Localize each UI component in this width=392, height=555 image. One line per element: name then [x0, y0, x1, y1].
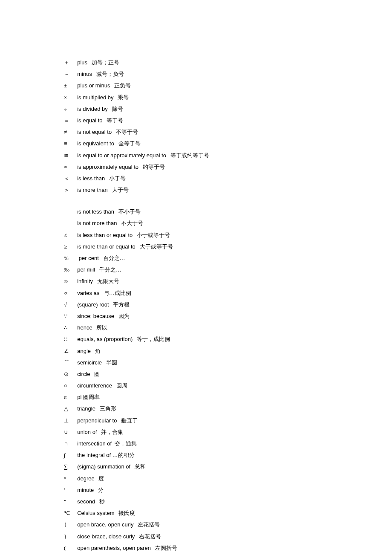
symbol-entry: is not less than 不小于号 — [64, 209, 392, 214]
symbol-glyph: － — [64, 71, 74, 77]
symbol-entry: ° degree 度 — [64, 476, 392, 481]
symbol-entry: ≠ is not equal to 不等于号 — [64, 129, 392, 135]
chinese-label: 不等于号 — [112, 129, 138, 135]
chinese-label: 平方根 — [109, 301, 130, 308]
chinese-label: 并，合集 — [97, 429, 124, 435]
symbol-entry: ∠ angle 角 — [64, 348, 392, 354]
symbol-glyph: ○ — [64, 383, 74, 388]
symbol-glyph: √ — [64, 302, 74, 307]
symbol-glyph: ⌒ — [64, 360, 74, 365]
english-label: the integral of …的积分 — [74, 452, 135, 458]
english-label: is approximately equal to — [74, 164, 138, 170]
symbol-glyph: ∵ — [64, 313, 74, 319]
symbol-entry: ± plus or minus 正负号 — [64, 83, 392, 88]
symbol-entry: √ (square) root 平方根 — [64, 302, 392, 307]
english-label: per mill — [74, 266, 95, 273]
symbol-glyph: ≤ — [64, 232, 74, 238]
symbol-entry: ″ second 秒 — [64, 499, 392, 504]
english-label: plus — [74, 59, 87, 66]
chinese-label: 右花括号 — [135, 533, 161, 540]
chinese-label: 总和 — [130, 463, 146, 470]
symbol-glyph: { — [64, 522, 74, 527]
symbol-entry: ∩ intersection of 交，通集 — [64, 441, 392, 446]
english-label: minute — [74, 487, 94, 493]
symbol-entry: ∵ since; because 因为 — [64, 313, 392, 319]
chinese-label: 摄氏度 — [115, 510, 135, 516]
symbol-glyph — [64, 209, 74, 214]
english-label: infinity — [74, 278, 93, 284]
chinese-label: 所以 — [92, 324, 108, 331]
symbol-entry: ∝ varies as 与…成比例 — [64, 290, 392, 296]
symbol-glyph: ∞ — [64, 278, 74, 284]
chinese-label: 乘号 — [113, 94, 129, 101]
chinese-label: 度 — [95, 475, 104, 482]
english-label: is equal to — [74, 117, 103, 124]
english-label: is equal to or approximately equal to — [74, 152, 166, 159]
symbol-entry: ∑ (sigma) summation of 总和 — [64, 464, 392, 469]
chinese-label: 与…成比例 — [99, 290, 131, 296]
chinese-label: 减号；负号 — [92, 71, 124, 77]
english-label: pi 圆周率 — [74, 394, 100, 400]
symbol-glyph: % — [64, 255, 74, 261]
symbol-list: ＋ plus 加号；正号－ minus 减号；负号± plus or minus… — [64, 60, 392, 551]
symbol-glyph: ÷ — [64, 106, 74, 112]
english-label: is less than or equal to — [74, 232, 133, 238]
symbol-glyph: ℃ — [64, 510, 74, 516]
symbol-glyph: ≠ — [64, 129, 74, 135]
english-label: open brace, open curly — [74, 521, 133, 528]
chinese-label: 半圆 — [102, 359, 117, 366]
chinese-label: 大于或等于号 — [135, 243, 173, 250]
section-gap — [64, 199, 392, 209]
english-label: equals, as (proportion) — [74, 336, 133, 342]
english-label: (sigma) summation of — [74, 463, 130, 470]
chinese-label: 正负号 — [110, 82, 131, 89]
symbol-glyph: ∪ — [64, 429, 74, 435]
symbol-glyph: ± — [64, 83, 74, 88]
symbol-entry: ∫ the integral of …的积分 — [64, 452, 392, 458]
english-label: semicircle — [74, 359, 102, 366]
symbol-entry: ≡ is equivalent to 全等于号 — [64, 141, 392, 146]
symbol-entry: ( open parenthesis, open paren 左圆括号 — [64, 545, 392, 551]
english-label: intersection of 交，通集 — [74, 440, 137, 447]
english-label: angle — [74, 348, 91, 354]
chinese-label: 百分之… — [99, 255, 125, 261]
symbol-glyph: ∑ — [64, 464, 74, 469]
english-label: is less than — [74, 175, 105, 182]
symbol-glyph — [64, 220, 74, 226]
symbol-glyph: π — [64, 394, 74, 400]
english-label: second — [74, 498, 95, 505]
symbol-entry: ⌒ semicircle 半圆 — [64, 360, 392, 365]
english-label: open parenthesis, open paren — [74, 545, 151, 551]
chinese-label: 大于号 — [108, 187, 129, 193]
symbol-entry: ○ circumference 圆周 — [64, 383, 392, 388]
symbol-glyph: ＞ — [64, 187, 74, 193]
symbol-entry: ＝ is equal to 等于号 — [64, 118, 392, 123]
chinese-label: 等于，成比例 — [133, 336, 170, 342]
symbol-entry: △ triangle 三角形 — [64, 406, 392, 411]
symbol-entry: ＋ plus 加号；正号 — [64, 60, 392, 65]
symbol-glyph: ⊥ — [64, 418, 74, 423]
symbol-entry: ∴ hence 所以 — [64, 325, 392, 330]
english-label: per cent — [74, 255, 99, 261]
chinese-label: 左花括号 — [133, 521, 160, 528]
symbol-glyph: × — [64, 95, 74, 100]
chinese-label: 约等于号 — [138, 164, 165, 170]
symbol-entry: { open brace, open curly 左花括号 — [64, 522, 392, 527]
symbol-glyph: ≥ — [64, 244, 74, 249]
chinese-label: 等于或约等于号 — [166, 152, 209, 159]
english-label: is not less than — [74, 208, 114, 215]
symbol-glyph: ∷ — [64, 336, 74, 342]
symbol-glyph: ∩ — [64, 441, 74, 446]
symbol-entry: ≌ is equal to or approximately equal to … — [64, 153, 392, 158]
english-label: plus or minus — [74, 82, 110, 89]
symbol-entry: is not more than 不大于号 — [64, 220, 392, 226]
english-label: close brace, close curly — [74, 533, 135, 540]
english-label: hence — [74, 324, 92, 331]
chinese-label: 不大于号 — [117, 220, 143, 226]
symbol-glyph: ° — [64, 476, 74, 481]
english-label: varies as — [74, 290, 99, 296]
chinese-label: 因为 — [114, 313, 130, 319]
chinese-label: 除号 — [108, 106, 123, 112]
english-label: Celsius system — [74, 510, 115, 516]
chinese-label: 小于号 — [105, 175, 126, 182]
